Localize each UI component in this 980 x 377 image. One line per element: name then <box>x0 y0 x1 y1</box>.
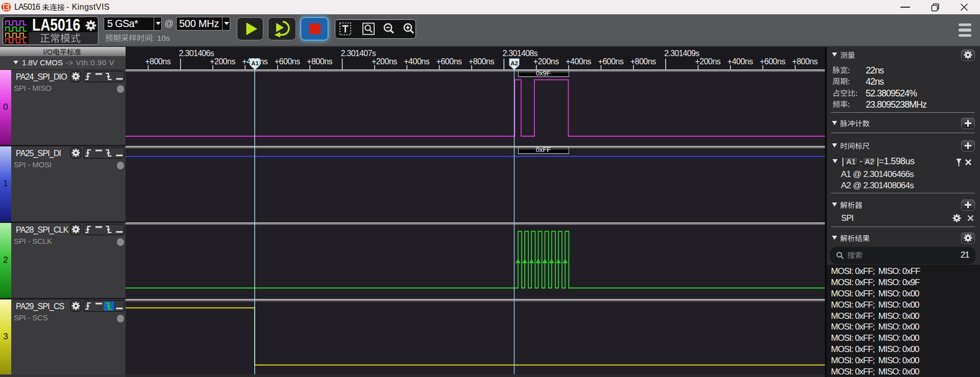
svg-text:A2: A2 <box>510 60 518 66</box>
svg-text:A1: A1 <box>251 60 259 66</box>
